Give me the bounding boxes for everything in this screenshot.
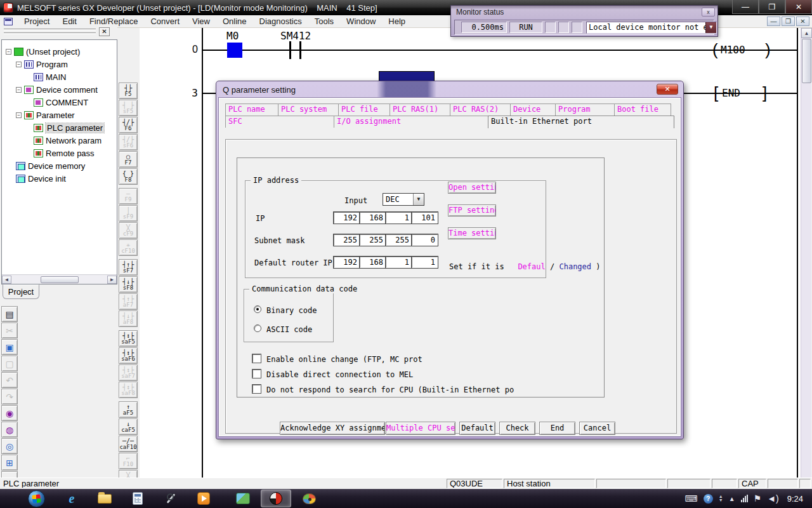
closed-contact-button[interactable]: ┤/├F6 bbox=[119, 117, 138, 133]
find-icon[interactable]: ◉ bbox=[1, 405, 18, 421]
horizontal-line-button[interactable]: —F9 bbox=[119, 188, 138, 204]
delete-vertical-button[interactable]: ✳cF10 bbox=[119, 239, 138, 256]
keyboard-icon[interactable]: ⌨ bbox=[685, 493, 698, 504]
save-icon[interactable]: ▤ bbox=[1, 306, 18, 322]
tray-expand-icons[interactable]: ▲▼ bbox=[719, 495, 723, 502]
expander-icon[interactable]: − bbox=[6, 49, 11, 55]
project-tree-panel[interactable]: − (Unset project) − Program MAIN − Devic… bbox=[1, 39, 117, 284]
contact-m0-energized[interactable] bbox=[227, 43, 242, 58]
end-instruction-label[interactable]: END bbox=[722, 87, 740, 99]
taskbar-internet-explorer[interactable]: e bbox=[56, 490, 87, 507]
scroll-left-arrow-icon[interactable]: ◄ bbox=[2, 276, 11, 284]
menu-online[interactable]: Online bbox=[216, 15, 253, 27]
minimize-button[interactable]: — bbox=[732, 0, 759, 14]
tree-item-device-init[interactable]: Device init bbox=[16, 172, 66, 185]
menu-convert[interactable]: Convert bbox=[144, 15, 186, 27]
menu-diagnostics[interactable]: Diagnostics bbox=[253, 15, 308, 27]
menu-project[interactable]: Project bbox=[18, 15, 56, 27]
router-octet-2[interactable]: 168 bbox=[360, 257, 386, 268]
paste-icon[interactable]: ▢ bbox=[1, 356, 18, 371]
ip-octet-2[interactable]: 168 bbox=[360, 212, 386, 224]
default-button[interactable]: Default bbox=[459, 422, 495, 435]
menu-tools[interactable]: Tools bbox=[308, 15, 340, 27]
router-octet-4[interactable]: 1 bbox=[412, 257, 438, 268]
tree-item-device-comment[interactable]: − Device comment bbox=[16, 83, 98, 96]
router-octet-1[interactable]: 192 bbox=[334, 257, 360, 268]
falling-pulse-branch-button[interactable]: ┤↓├aF8 bbox=[119, 311, 138, 327]
close-button[interactable]: ✕ bbox=[785, 0, 812, 14]
tab-device[interactable]: Device bbox=[510, 104, 556, 116]
dialog-close-button[interactable]: ✕ bbox=[657, 84, 678, 95]
tree-item-remote-pass[interactable]: Remote pass bbox=[34, 147, 95, 159]
copy-icon[interactable]: ▣ bbox=[1, 339, 18, 355]
menu-find-replace[interactable]: Find/Replace bbox=[83, 15, 145, 27]
chevron-down-icon[interactable]: ▼ bbox=[705, 22, 716, 33]
pulse-invert-button[interactable]: ┤↕├saF5 bbox=[119, 330, 138, 347]
pulse-invert-branch2-button[interactable]: ┤↕├saF8 bbox=[119, 382, 138, 398]
tree-item-main[interactable]: MAIN bbox=[34, 70, 67, 83]
subnet-octet-4[interactable]: 0 bbox=[412, 234, 438, 246]
find-instruction-icon[interactable]: ◎ bbox=[1, 438, 18, 454]
ascii-code-radio[interactable] bbox=[254, 324, 261, 332]
mdi-close-button[interactable]: ✕ bbox=[796, 17, 809, 26]
coil-button[interactable]: ○F7 bbox=[119, 151, 138, 168]
coil-m100-label[interactable]: M100 bbox=[721, 44, 745, 56]
enable-online-change-label[interactable]: Enable online change (FTP, MC prot bbox=[266, 355, 422, 364]
monitor-close-icon[interactable]: x bbox=[702, 8, 715, 17]
rising-pulse-branch-button[interactable]: ┤↑├aF7 bbox=[119, 293, 138, 310]
rising-pulse-button[interactable]: ┤↑├sF7 bbox=[119, 259, 138, 276]
taskbar-clock[interactable]: 9:24 bbox=[787, 494, 803, 504]
help-icon[interactable]: ? bbox=[704, 494, 713, 504]
taskbar-utility[interactable] bbox=[155, 490, 186, 507]
tab-plc-ras1[interactable]: PLC RAS(1) bbox=[390, 104, 450, 116]
redo-icon[interactable]: ↷ bbox=[1, 389, 18, 404]
show-hidden-icons[interactable]: ▲ bbox=[729, 495, 735, 502]
restore-button[interactable]: ❐ bbox=[759, 0, 785, 14]
scroll-up-arrow-icon[interactable]: ▲ bbox=[801, 28, 812, 38]
tab-sfc[interactable]: SFC bbox=[225, 116, 334, 128]
tree-horizontal-scrollbar[interactable]: ◄ ► bbox=[2, 274, 117, 284]
start-button[interactable] bbox=[28, 490, 45, 507]
acknowledge-xy-assignment-button[interactable]: Acknowledge XY assignment bbox=[280, 422, 385, 435]
do-not-respond-search-checkbox[interactable] bbox=[252, 385, 261, 393]
ascii-code-label[interactable]: ASCII code bbox=[266, 325, 312, 334]
taskbar-gx-developer[interactable] bbox=[261, 490, 291, 507]
tab-program[interactable]: Program bbox=[555, 104, 615, 116]
delete-line-button[interactable]: ─/─caF10 bbox=[119, 436, 138, 452]
multiple-cpu-setting-button[interactable]: Multiple CPU setting bbox=[386, 422, 455, 435]
enable-online-change-checkbox[interactable] bbox=[252, 354, 261, 363]
speaker-icon[interactable]: ◄) bbox=[767, 493, 779, 504]
expander-icon[interactable]: − bbox=[16, 112, 22, 118]
taskbar-calculator[interactable] bbox=[122, 490, 153, 507]
invert-result-button[interactable]: ↑aF5 bbox=[119, 401, 138, 418]
subnet-octet-3[interactable]: 255 bbox=[386, 234, 412, 246]
open-contact-button[interactable]: ┤├F5 bbox=[119, 83, 138, 99]
tree-item-device-memory[interactable]: Device memory bbox=[16, 159, 85, 172]
menu-edit[interactable]: Edit bbox=[56, 15, 82, 27]
toolbar-close-icon[interactable]: ✕ bbox=[99, 27, 110, 36]
check-button[interactable]: Check bbox=[499, 422, 535, 435]
disable-direct-connection-checkbox[interactable] bbox=[252, 370, 261, 378]
draw-line-button[interactable]: ⌐F10 bbox=[119, 453, 138, 469]
tab-built-in-ethernet-port[interactable]: Built-in Ethernet port bbox=[488, 116, 674, 128]
binary-code-radio[interactable] bbox=[254, 305, 261, 313]
tree-item-comment[interactable]: COMMENT bbox=[34, 96, 88, 109]
ip-octet-4[interactable]: 101 bbox=[412, 212, 438, 224]
tree-item-program[interactable]: − Program bbox=[16, 58, 68, 70]
taskbar-media-player[interactable] bbox=[188, 490, 219, 507]
subnet-octet-2[interactable]: 255 bbox=[360, 234, 386, 246]
open-settings-button[interactable]: Open settings bbox=[448, 182, 496, 194]
scroll-right-arrow-icon[interactable]: ► bbox=[107, 276, 117, 284]
open-branch-button[interactable]: ┤ ├sF5 bbox=[119, 100, 138, 116]
tree-item-parameter[interactable]: − Parameter bbox=[16, 109, 75, 121]
ladder-vertical-scrollbar[interactable]: ▲ bbox=[801, 28, 811, 478]
tree-item-network-param[interactable]: Network param bbox=[34, 134, 102, 147]
menu-help[interactable]: Help bbox=[382, 15, 412, 27]
menu-window[interactable]: Window bbox=[340, 15, 382, 27]
network-signal-icon[interactable] bbox=[741, 495, 748, 502]
mdi-minimize-button[interactable]: — bbox=[767, 17, 780, 26]
mdi-restore-button[interactable]: ❐ bbox=[782, 17, 795, 26]
menu-view[interactable]: View bbox=[186, 15, 216, 27]
tab-plc-system[interactable]: PLC system bbox=[278, 104, 339, 116]
tree-item-unset-project[interactable]: − (Unset project) bbox=[6, 45, 80, 58]
